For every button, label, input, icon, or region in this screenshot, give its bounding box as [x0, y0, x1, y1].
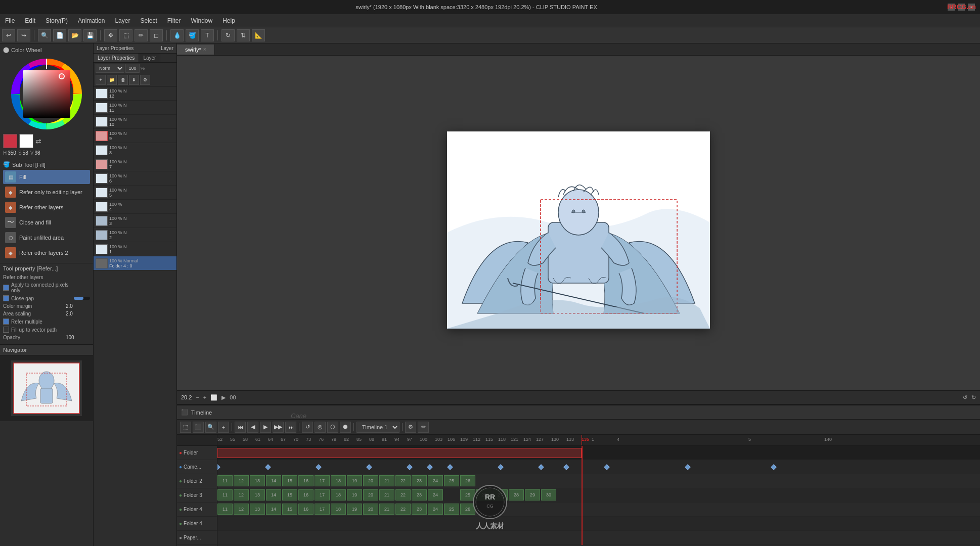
track-folder4a[interactable]: 11 12 13 14 15 16 17 18 19 20 21 22 23 2…: [217, 503, 980, 517]
select-tool[interactable]: ⬚: [119, 29, 132, 41]
eyedropper-tool[interactable]: 💧: [170, 29, 184, 41]
keyframe-cam-5[interactable]: [407, 464, 412, 470]
pen-tool[interactable]: ✏: [135, 29, 148, 41]
layer-item-3[interactable]: 100 % N 3: [94, 214, 176, 228]
subtool-refer-other-2[interactable]: ◆ Refer other layers 2: [3, 246, 90, 260]
layer-item-4[interactable]: 100 % 4: [94, 200, 176, 214]
subtool-close-fill[interactable]: 〜 Close and fill: [3, 215, 90, 230]
menu-help[interactable]: Help: [217, 15, 240, 26]
layer-item-1[interactable]: 100 % N 1: [94, 242, 176, 256]
layer-item-7[interactable]: 100 % N 7: [94, 157, 176, 171]
apply-connected-checkbox[interactable]: [3, 285, 9, 291]
tl-btn-3[interactable]: ⬡: [327, 422, 338, 433]
layer-item-9[interactable]: 100 % N 9: [94, 129, 176, 143]
menu-edit[interactable]: Edit: [20, 15, 40, 26]
blend-mode-select[interactable]: Norm Multiply Screen: [96, 64, 124, 73]
layer-item-2[interactable]: 100 % N 2: [94, 228, 176, 242]
subtool-refer-only[interactable]: ◆ Refer only to editing layer: [3, 185, 90, 199]
tl-btn-4[interactable]: ⬢: [340, 422, 351, 433]
prev-frame-btn[interactable]: ◀: [247, 422, 258, 433]
zoom-in-tl[interactable]: +: [218, 422, 229, 433]
play-btn[interactable]: ▶: [260, 422, 271, 433]
menu-layer[interactable]: Layer: [110, 15, 135, 26]
layer-item-5[interactable]: 100 % N 5: [94, 186, 176, 200]
tl-btn-2[interactable]: ⬛: [193, 422, 204, 433]
refresh-icon[interactable]: ↺: [963, 394, 967, 401]
skip-fwd-btn[interactable]: ⏭: [285, 422, 296, 433]
background-color-swatch[interactable]: [19, 134, 33, 148]
layer-item-6[interactable]: 100 % N 6: [94, 171, 176, 186]
zoom-out-tl[interactable]: 🔍: [205, 422, 216, 433]
canvas-wrapper[interactable]: [447, 131, 710, 329]
zoom-out-button[interactable]: 🔍: [38, 29, 51, 41]
tl-settings-btn[interactable]: ⚙: [405, 422, 416, 433]
keyframe-cam-2[interactable]: [265, 464, 271, 470]
menu-story[interactable]: Story(P): [40, 15, 73, 26]
loop-btn[interactable]: ↺: [302, 422, 313, 433]
new-folder-button[interactable]: 📁: [107, 75, 117, 85]
layer-tab[interactable]: Layer: [139, 54, 160, 62]
track-camera[interactable]: [217, 460, 980, 474]
rotate-tool[interactable]: ↻: [221, 29, 235, 41]
keyframe-cam-1[interactable]: [217, 464, 220, 470]
menu-window[interactable]: Window: [186, 15, 217, 26]
tab-swirly[interactable]: swirly* ×: [177, 44, 215, 55]
layer-item-12[interactable]: 100 % N 12: [94, 86, 176, 101]
play-icon[interactable]: ▶: [221, 394, 226, 401]
fit-icon[interactable]: ⬜: [210, 394, 217, 401]
move-tool[interactable]: ✥: [104, 29, 117, 41]
menu-filter[interactable]: Filter: [162, 15, 186, 26]
refer-multiple-checkbox[interactable]: [3, 318, 9, 325]
skip-back-btn[interactable]: ⏮: [235, 422, 246, 433]
close-gap-slider[interactable]: [74, 297, 90, 300]
flip-tool[interactable]: ⇅: [237, 29, 250, 41]
tl-edit-btn[interactable]: ✏: [418, 422, 429, 433]
new-layer-button[interactable]: +: [96, 75, 106, 85]
save-button[interactable]: 💾: [83, 29, 97, 41]
keyframe-cam-4[interactable]: [366, 464, 372, 470]
opacity-input[interactable]: [125, 64, 140, 73]
timeline-tracks[interactable]: 52 55 58 61 64 67 70 73 76 79 82 85 88 9…: [217, 435, 980, 546]
keyframe-cam-12[interactable]: [685, 464, 690, 470]
layer-prop-tab[interactable]: Layer Properties: [94, 54, 139, 62]
keyframe-cam-8[interactable]: [498, 464, 503, 470]
subtool-paint-unfilled[interactable]: ⬡ Paint unfilled area: [3, 231, 90, 245]
ruler-tool[interactable]: 📐: [252, 29, 265, 41]
color-wheel-svg[interactable]: [9, 56, 84, 132]
track-paper[interactable]: [217, 531, 980, 545]
layer-item-10[interactable]: 100 % N 10: [94, 115, 176, 129]
track-folder3[interactable]: 11 12 13 14 15 16 17 18 19 20 21 22 23 2…: [217, 488, 980, 503]
track-folder2[interactable]: 11 12 13 14 15 16 17 18 19 20 21 22 23 2…: [217, 474, 980, 488]
layer-folder4[interactable]: 100 % Normal Folder 4 : 0: [94, 256, 176, 270]
tab-close-icon[interactable]: ×: [203, 47, 206, 52]
reset-icon[interactable]: ↻: [971, 394, 976, 401]
timeline-select[interactable]: Timeline 1: [357, 422, 399, 433]
keyframe-cam-10[interactable]: [563, 464, 569, 470]
fill-vector-checkbox[interactable]: [3, 327, 9, 333]
keyframe-cam-3[interactable]: [316, 464, 321, 470]
text-tool[interactable]: T: [201, 29, 214, 41]
new-button[interactable]: 📄: [53, 29, 66, 41]
open-button[interactable]: 📂: [68, 29, 81, 41]
undo-button[interactable]: ↩: [2, 29, 15, 41]
layer-item-8[interactable]: 100 % N 8: [94, 143, 176, 157]
merge-layer-button[interactable]: ⬇: [129, 75, 139, 85]
fill-tool[interactable]: 🪣: [186, 29, 199, 41]
keyframe-cam-7[interactable]: [447, 464, 453, 470]
tl-btn-1[interactable]: ⬚: [180, 422, 191, 433]
onion-btn[interactable]: ◎: [315, 422, 326, 433]
keyframe-cam-9[interactable]: [538, 464, 544, 470]
keyframe-cam-6[interactable]: [427, 464, 432, 470]
track-folder[interactable]: [217, 446, 980, 460]
close-gap-checkbox[interactable]: [3, 295, 9, 301]
menu-animation[interactable]: Animation: [73, 15, 110, 26]
color-wheel-container[interactable]: [9, 56, 84, 132]
subtool-refer-other[interactable]: ◆ Refer other layers: [3, 200, 90, 214]
menu-file[interactable]: File: [0, 15, 20, 26]
zoom-minus-icon[interactable]: −: [196, 394, 199, 400]
delete-layer-button[interactable]: 🗑: [118, 75, 128, 85]
layer-settings-button[interactable]: ⚙: [140, 75, 150, 85]
menu-select[interactable]: Select: [135, 15, 162, 26]
layer-item-11[interactable]: 100 % N 11: [94, 101, 176, 115]
foreground-color-swatch[interactable]: [3, 134, 17, 148]
